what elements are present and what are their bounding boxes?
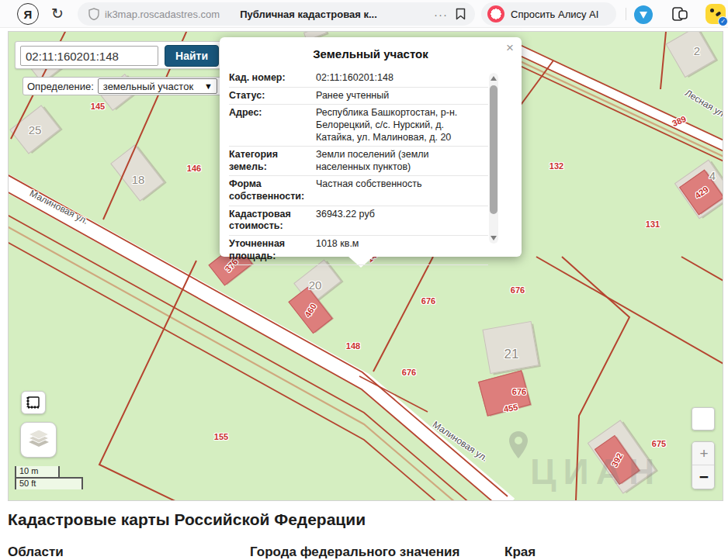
parcel-label-676: 676 [421,296,435,306]
row-value: 02:11:160201:148 [313,72,482,85]
row-label: Кадастровая стоимость: [229,209,313,233]
ruler-icon [26,396,41,410]
house-number-2: 2 [694,44,700,57]
house-number-18: 18 [132,173,145,186]
row-label: Категория земель: [229,149,313,173]
measure-button[interactable] [21,391,46,414]
row-label: Адрес: [229,107,313,143]
yandex-id-icon[interactable]: ✓ [705,4,726,24]
layers-icon [27,430,50,450]
alice-label: Спросить Алису AI [511,9,598,20]
row-value: Земли поселений (земли населенных пункто… [313,149,482,173]
zoom-in-button[interactable]: + [692,442,715,465]
footer-column-kraya: Края [504,544,536,560]
row-value: Республика Башкортостан, р-н. Белорецкий… [313,107,482,143]
street-label-malinovaya: Малиновая ул. [28,188,90,226]
house-number-21: 21 [504,347,519,362]
zoom-controls: + − [692,441,715,489]
house-number-4: 4 [709,169,716,182]
parcel-label-676: 676 [511,285,525,295]
bookmark-icon[interactable] [456,8,466,20]
info-row: Категория земель: Земли поселений (земли… [229,147,488,176]
building-label-455: 455 [503,402,518,413]
yandex-browser-icon[interactable]: Я [17,3,39,25]
check-badge-icon: ✓ [718,16,728,26]
definition-select[interactable]: земельный участок ▼ [98,78,217,94]
close-icon[interactable]: × [506,40,514,56]
footer-column-oblasti: Области [8,544,64,560]
row-label: Кад. номер: [229,72,313,85]
map-scale: 10 m 50 ft [15,466,83,489]
zoom-out-button[interactable]: − [692,465,715,489]
popup-scrollbar[interactable] [489,73,498,244]
info-row: Статус: Ранее учтенный [229,88,488,105]
info-row: Адрес: Республика Башкортостан, р-н. Бел… [229,105,488,147]
parcel-label-131: 131 [646,220,660,229]
row-label: Уточненная площадь: [229,238,313,262]
browser-toolbar: Я ↻ ik3map.roscadastres.com Публичная ка… [0,0,728,28]
parcel-info-popup: × Земельный участок Кад. номер: 02:11:16… [220,37,522,257]
house-number-20: 20 [309,278,322,292]
parcel-label-676: 676 [512,387,526,396]
tab-groups-icon[interactable] [670,5,690,23]
fullscreen-button[interactable] [692,407,715,430]
alice-icon [487,5,504,22]
row-label: Форма собственности: [229,178,313,202]
popup-rows: Кад. номер: 02:11:160201:148 Статус: Ран… [229,70,488,265]
parcel-label-146: 146 [187,164,201,173]
parcel-label-148: 148 [346,341,360,351]
parcel-label-675: 675 [652,439,666,448]
definition-filter: Определение: земельный участок ▼ [23,77,222,95]
parcel-label-132: 132 [549,161,563,171]
scale-imperial: 50 ft [15,477,83,489]
layers-button[interactable] [20,422,57,458]
search-input[interactable] [20,46,158,66]
more-menu-icon[interactable]: ··· [434,8,448,21]
house-number-25: 25 [29,123,42,137]
info-row: Кадастровая стоимость: 36943.22 руб [229,206,488,236]
row-value: Ранее учтенный [313,90,482,102]
info-row: Форма собственности: Частная собственнос… [229,176,488,206]
parcel-label-389: 389 [671,114,688,128]
row-value: 36943.22 руб [313,209,482,233]
url-text: ik3map.roscadastres.com [105,9,220,20]
watermark-pin-icon [508,430,529,463]
building-2 [666,31,716,78]
info-row: Уточненная площадь: 1018 кв.м [229,236,488,265]
toolbar-separator [626,8,626,20]
find-button[interactable]: Найти [165,45,219,67]
street-label-malinovaya: Малиновая ул. [431,419,490,464]
parcel-label-676: 676 [402,368,416,377]
scrollbar-thumb[interactable] [490,85,497,214]
parcel-label-155: 155 [214,432,228,441]
address-bar[interactable]: ik3map.roscadastres.com Публичная кадаст… [78,2,475,26]
ask-alice-button[interactable]: Спросить Алису AI [481,2,616,26]
shield-icon [88,8,99,20]
tab-title[interactable]: Публичная кадастровая к... [240,9,377,20]
search-panel: Найти [15,41,223,69]
street-label-lesnaya: Лесная ул [683,87,723,119]
row-value: Частная собственность [313,178,482,202]
footer-column-goroda: Города федерального значения [250,544,459,560]
extension-blue-icon[interactable] [634,5,653,24]
parcel-label-145: 145 [91,102,105,111]
definition-selected-value: земельный участок [103,81,193,92]
scroll-up-icon[interactable] [491,76,497,81]
chevron-down-icon: ▼ [204,81,213,91]
row-label: Статус: [229,90,313,102]
row-value: 1018 кв.м [313,238,482,262]
watermark-text: ЦИАН [530,451,661,493]
scroll-down-icon[interactable] [491,236,497,240]
definition-label: Определение: [27,81,94,92]
refresh-icon[interactable]: ↻ [47,2,68,24]
info-row: Кад. номер: 02:11:160201:148 [229,70,488,88]
popup-title: Земельный участок [220,47,522,60]
footer-heading: Кадастровые карты Российской Федерации [8,510,366,529]
icon-dot [710,9,714,12]
